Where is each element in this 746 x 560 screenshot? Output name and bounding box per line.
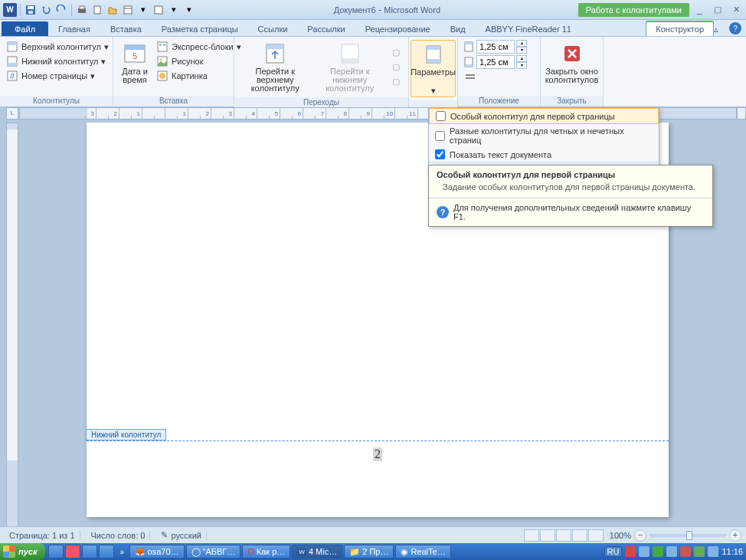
zoom-slider[interactable] [649, 534, 726, 537]
tab-layout[interactable]: Разметка страницы [152, 21, 248, 36]
ql-expand-icon[interactable]: » [116, 545, 126, 558]
tray-icon[interactable] [653, 546, 663, 557]
goto-footer-icon [338, 41, 362, 66]
opt-odd-even[interactable]: Разные колонтитулы для четных и нечетных… [429, 124, 659, 147]
qat-customize-icon[interactable]: ▾ [182, 3, 196, 17]
tab-review[interactable]: Рецензирование [355, 21, 440, 36]
tray-icon[interactable] [694, 546, 705, 557]
minimize-icon[interactable]: ⎯ [692, 5, 706, 15]
ql-opera-icon[interactable] [65, 545, 80, 558]
tab-selector[interactable]: L [6, 107, 18, 120]
taskbar-item[interactable]: 📁2 Пр… [344, 545, 394, 558]
qat-icon[interactable] [121, 3, 135, 17]
redo-icon[interactable] [54, 3, 68, 17]
tray-icon[interactable] [625, 546, 636, 557]
tab-view[interactable]: Вид [440, 21, 476, 36]
undo-icon[interactable] [39, 3, 53, 17]
taskbar-item[interactable]: ◯"АБВГ… [186, 545, 241, 558]
taskbar-item-active[interactable]: W4 Mic… [292, 545, 342, 558]
header-button[interactable]: Верхний колонтитул ▾ [5, 40, 110, 54]
tooltip-help: ? Для получения дополнительных сведений … [429, 198, 712, 226]
header-distance-input[interactable] [476, 40, 515, 54]
ql-app-icon[interactable] [99, 545, 114, 558]
window-controls: ⎯ ▢ ✕ [692, 5, 743, 15]
print-icon[interactable] [75, 3, 89, 17]
checkbox[interactable] [435, 149, 445, 159]
date-time-button[interactable]: 5 Дата и время [118, 40, 152, 86]
qat-dropdown-2-icon[interactable]: ▾ [167, 3, 181, 17]
view-outline[interactable] [572, 529, 587, 542]
qat-dropdown-icon[interactable]: ▾ [136, 3, 150, 17]
page-number-button[interactable]: #Номер страницы ▾ [5, 69, 110, 83]
taskbar-item[interactable]: ◉RealTe… [395, 545, 450, 558]
options-icon [421, 42, 446, 67]
svg-rect-16 [125, 45, 145, 50]
tray-icon[interactable] [708, 546, 718, 557]
tray-icon[interactable] [680, 546, 691, 557]
opt-show-doc-text[interactable]: Показать текст документа [429, 147, 659, 162]
help-icon[interactable]: ? [729, 22, 741, 34]
view-draft[interactable] [588, 529, 604, 542]
page-number-field[interactable]: 2 [373, 447, 382, 461]
clipart-icon [156, 70, 169, 82]
tray-icon[interactable] [639, 546, 649, 557]
pos-bottom-icon [463, 56, 475, 68]
start-button[interactable]: пуск [0, 543, 45, 560]
taskbar-item[interactable]: 🦊osa70… [129, 545, 185, 558]
status-page[interactable]: Страница: 1 из 1 [5, 531, 80, 540]
view-web[interactable] [556, 529, 571, 542]
align-tab-button[interactable] [463, 70, 527, 84]
save-icon[interactable] [24, 3, 38, 17]
ql-desktop-icon[interactable] [48, 545, 64, 558]
ql-firefox-icon[interactable] [82, 545, 97, 558]
ruler-toggle-icon[interactable] [737, 107, 746, 120]
calendar-icon: 5 [123, 41, 147, 66]
tab-insert[interactable]: Вставка [100, 21, 152, 36]
zoom-out-button[interactable]: − [634, 529, 646, 542]
status-proofing[interactable]: ✎русский [156, 530, 206, 540]
view-full-screen[interactable] [540, 529, 555, 542]
new-doc-icon[interactable] [90, 3, 104, 17]
tab-mailings[interactable]: Рассылки [297, 21, 355, 36]
svg-rect-37 [466, 77, 475, 79]
zoom-in-button[interactable]: + [729, 529, 741, 542]
spinner[interactable]: ▴▾ [516, 40, 527, 54]
svg-text:5: 5 [133, 51, 137, 61]
align-icon [464, 71, 476, 84]
view-buttons [524, 529, 604, 542]
express-blocks-button[interactable]: Экспресс-блоки ▾ [155, 40, 243, 54]
footer-button[interactable]: Нижний колонтитул ▾ [5, 54, 110, 68]
next-icon: ▢ [390, 61, 402, 74]
tab-abbyy[interactable]: ABBYY FineReader 11 [476, 21, 581, 36]
picture-button[interactable]: Рисунок [155, 54, 243, 68]
clipart-button[interactable]: Картинка [155, 69, 243, 83]
vertical-ruler[interactable] [6, 123, 18, 531]
checkbox[interactable] [435, 131, 445, 141]
tab-file[interactable]: Файл [2, 21, 48, 36]
tab-references[interactable]: Ссылки [248, 21, 298, 36]
goto-header-button[interactable]: Перейти к верхнему колонтитулу [239, 40, 311, 94]
close-header-footer-button[interactable]: Закрыть окно колонтитулов [545, 40, 598, 86]
taskbar: пуск » 🦊osa70… ◯"АБВГ… OКак р… W4 Mic… 📁… [0, 543, 746, 560]
view-print-layout[interactable] [524, 529, 539, 542]
close-icon[interactable]: ✕ [729, 5, 743, 15]
status-words[interactable]: Число слов: 0 [87, 531, 151, 540]
options-button[interactable]: Параметры▾ [411, 40, 456, 97]
footer-distance-input[interactable] [476, 55, 515, 69]
language-indicator[interactable]: RU [604, 546, 623, 557]
qat-icon-2[interactable] [152, 3, 165, 17]
zoom-value[interactable]: 100% [610, 531, 631, 540]
group-insert: 5 Дата и время Экспресс-блоки ▾ Рисунок … [113, 37, 234, 106]
ribbon-minimize-icon[interactable]: ▵ [714, 25, 718, 34]
group-label: Переходы [234, 97, 408, 108]
maximize-icon[interactable]: ▢ [711, 5, 725, 15]
tray-icon[interactable] [666, 546, 677, 557]
tab-home[interactable]: Главная [48, 21, 100, 36]
open-icon[interactable] [106, 3, 119, 17]
opt-first-page[interactable]: Особый колонтитул для первой страницы [429, 108, 659, 124]
taskbar-item[interactable]: OКак р… [242, 545, 290, 558]
checkbox[interactable] [436, 111, 446, 121]
clock[interactable]: 11:16 [721, 547, 743, 556]
spinner[interactable]: ▴▾ [516, 55, 527, 69]
tab-designer[interactable]: Конструктор [646, 21, 714, 36]
